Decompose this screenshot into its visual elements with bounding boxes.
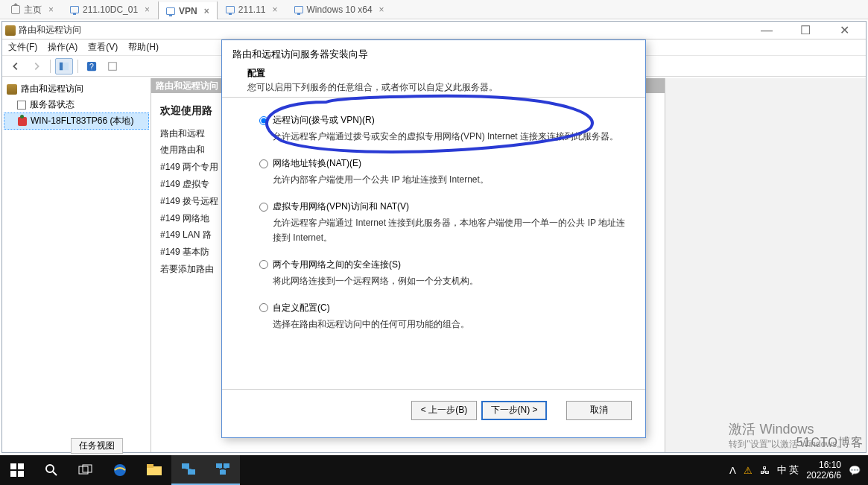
search-button[interactable] [34,455,69,485]
server-state-icon [17,101,26,110]
wizard-title: 路由和远程访问服务器安装向导 [232,48,368,60]
option-desc: 将此网络连接到一个远程网络，例如一个分支机构。 [273,274,630,288]
server-icon [18,117,27,126]
svg-line-23 [223,468,226,470]
tray-network-icon[interactable]: 🖧 [760,465,770,476]
menu-view[interactable]: 查看(V) [88,41,118,54]
task-strip: 任务视图 [71,438,123,453]
svg-line-10 [53,472,57,475]
radio-secure-link[interactable] [259,260,268,269]
svg-line-18 [186,469,191,469]
option-remote-access[interactable]: 远程访问(拨号或 VPN)(R) 允许远程客户端通过拨号或安全的虚拟专用网络(V… [259,114,630,144]
minimize-button[interactable]: — [754,24,779,37]
properties-button[interactable] [104,58,121,75]
show-tree-button[interactable] [55,58,73,75]
tray-ime[interactable]: 中 英 [777,463,799,477]
vm-tab-label: 211.10DC_01 [83,4,138,15]
maximize-button[interactable]: ☐ [793,24,818,37]
tray-clock[interactable]: 16:10 2022/6/6 [806,460,841,481]
start-button[interactable] [0,455,34,485]
svg-rect-7 [10,471,16,477]
close-icon[interactable]: × [48,4,54,15]
nav-back-button[interactable] [7,58,25,75]
wizard-cancel-button[interactable]: 取消 [566,401,632,420]
svg-rect-21 [220,470,226,475]
radio-vpn-nat[interactable] [259,203,268,212]
tray-shield-icon[interactable]: ⚠ [744,465,753,476]
vm-tab-label: Windows 10 x64 [307,4,373,15]
svg-rect-15 [147,464,153,468]
wizard-back-button[interactable]: < 上一步(B) [411,401,477,420]
vm-icon [166,7,175,15]
close-icon[interactable]: × [145,4,150,15]
option-secure-link[interactable]: 两个专用网络之间的安全连接(S) 将此网络连接到一个远程网络，例如一个分支机构。 [259,259,630,288]
wizard-body: 远程访问(拨号或 VPN)(R) 允许远程客户端通过拨号或安全的虚拟专用网络(V… [222,97,645,389]
option-desc: 允许内部客户端使用一个公共 IP 地址连接到 Internet。 [273,173,630,187]
svg-rect-20 [224,463,229,468]
tray-notifications-icon[interactable]: 💬 [849,465,861,476]
option-vpn-nat[interactable]: 虚拟专用网络(VPN)访问和 NAT(V) 允许远程客户端通过 Internet… [259,200,630,244]
task-view-tab[interactable]: 任务视图 [71,438,123,454]
titlebar[interactable]: 路由和远程访问 — ☐ ✕ [2,22,866,39]
vm-icon [294,6,303,13]
taskbar-network2[interactable] [206,455,240,485]
wizard-subhead: 配置 您可以启用下列服务的任意组合，或者你可以自定义此服务器。 [222,67,645,97]
menu-action[interactable]: 操作(A) [48,41,77,54]
wizard-next-button[interactable]: 下一步(N) > [481,401,547,420]
option-label: 两个专用网络之间的安全连接(S) [273,259,401,271]
vm-tab-home[interactable]: 主页× [3,0,62,19]
tree-label: WIN-18FLT83TP66 (本地) [31,115,133,127]
menu-help[interactable]: 帮助(H) [128,41,159,54]
vm-icon [70,6,79,13]
vm-tab[interactable]: Windows 10 x64× [286,0,393,19]
close-icon[interactable]: × [379,4,384,15]
taskbar: ᐱ ⚠ 🖧 中 英 16:10 2022/6/6 💬 [0,455,868,485]
nav-forward-button[interactable] [28,58,45,75]
svg-point-9 [46,465,54,472]
app-title: 路由和远程访问 [19,24,81,37]
separator [77,60,78,73]
option-nat[interactable]: 网络地址转换(NAT)(E) 允许内部客户端使用一个公共 IP 地址连接到 In… [259,157,630,187]
tree-root[interactable]: 路由和远程访问 [4,81,149,97]
home-icon [11,5,20,14]
svg-text:?: ? [89,61,94,70]
option-label: 远程访问(拨号或 VPN)(R) [273,114,375,127]
taskbar-ie[interactable] [103,455,137,485]
option-label: 虚拟专用网络(VPN)访问和 NAT(V) [273,200,409,213]
vm-tab[interactable]: 211.10DC_01× [62,0,158,19]
vm-tab-label: 主页 [24,4,42,16]
help-button[interactable]: ? [83,58,101,75]
option-label: 自定义配置(C) [273,302,330,314]
radio-custom[interactable] [259,303,268,312]
close-icon[interactable]: × [273,4,278,15]
menu-file[interactable]: 文件(F) [8,41,37,54]
tray-expand-icon[interactable]: ᐱ [729,465,736,476]
system-tray: ᐱ ⚠ 🖧 中 英 16:10 2022/6/6 💬 [729,460,868,481]
actions-pane [665,78,866,452]
tree-item-server-state[interactable]: 服务器状态 [4,97,149,112]
taskbar-network1[interactable] [171,455,206,485]
taskview-button[interactable] [69,455,103,485]
radio-nat[interactable] [259,159,268,168]
wizard-title-row: 路由和远程访问服务器安装向导 [222,40,645,67]
vm-icon [226,6,235,13]
option-desc: 允许远程客户端通过拨号或安全的虚拟专用网络(VPN) Internet 连接来连… [273,130,630,144]
option-desc: 允许远程客户端通过 Internet 连接到此服务器，本地客户端使用一个单一的公… [273,216,630,244]
tray-time: 16:10 [806,460,841,470]
svg-rect-8 [18,471,24,477]
close-button[interactable]: ✕ [831,24,857,37]
option-custom[interactable]: 自定义配置(C) 选择在路由和远程访问中的任何可用功能的组合。 [259,302,630,332]
tree-label: 路由和远程访问 [21,83,83,95]
wizard-dialog: 路由和远程访问服务器安装向导 配置 您可以启用下列服务的任意组合，或者你可以自定… [221,39,646,438]
tree-item-server-local[interactable]: WIN-18FLT83TP66 (本地) [4,112,149,130]
taskbar-explorer[interactable] [137,455,171,485]
vm-tab-strip: 主页× 211.10DC_01× VPN× 211.11× Windows 10… [0,0,868,19]
app-icon [5,25,16,36]
svg-rect-0 [60,62,63,70]
svg-rect-4 [109,62,117,70]
option-desc: 选择在路由和远程访问中的任何可用功能的组合。 [273,317,630,332]
radio-remote-access[interactable] [259,116,268,125]
close-icon[interactable]: × [204,6,209,16]
vm-tab[interactable]: 211.11× [218,0,286,19]
vm-tab-active[interactable]: VPN× [158,1,218,19]
